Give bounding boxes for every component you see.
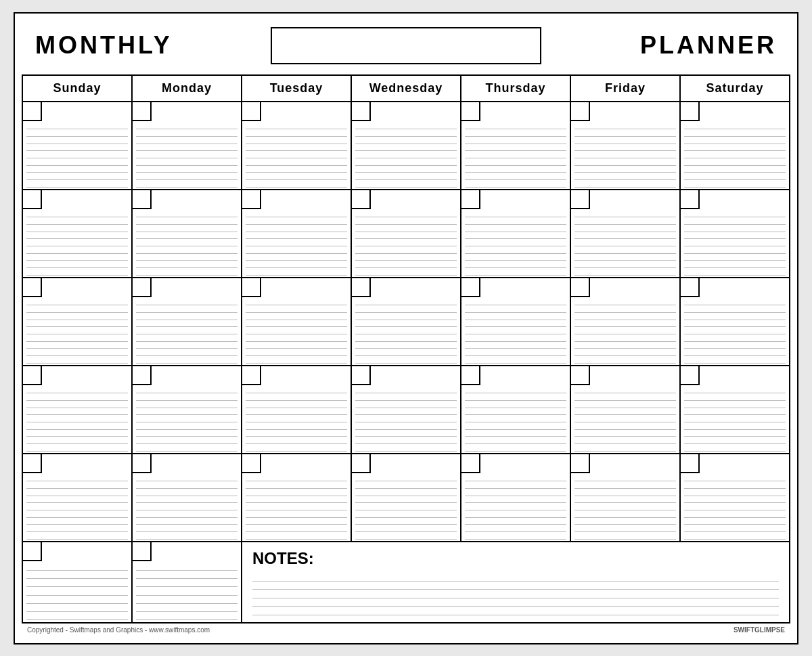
calendar-cell[interactable]: [571, 102, 681, 190]
cell-line: [355, 246, 457, 254]
cell-lines-wrapper: [571, 385, 679, 453]
cell-line: [26, 349, 128, 356]
date-number-box: [681, 102, 700, 121]
cell-line: [246, 173, 347, 180]
calendar-cell[interactable]: [461, 102, 571, 190]
calendar-cell[interactable]: [23, 190, 133, 278]
cell-line: [136, 342, 238, 349]
date-number-box: [133, 454, 152, 473]
calendar-cell[interactable]: [23, 542, 133, 624]
calendar-cell[interactable]: [681, 454, 790, 542]
cell-line: [684, 334, 786, 342]
cell-line: [136, 123, 238, 130]
cell-line: [136, 137, 238, 144]
cell-line: [684, 356, 786, 364]
cell-line: [26, 401, 128, 408]
calendar-cell[interactable]: [242, 190, 352, 278]
calendar-cell[interactable]: [242, 366, 352, 454]
date-number-box: [23, 278, 42, 297]
notes-cell[interactable]: NOTES:: [242, 542, 790, 624]
calendar-cell[interactable]: [352, 278, 461, 366]
cell-line: [465, 489, 566, 496]
cell-line: [574, 532, 676, 540]
monthly-title: MONTHLY: [35, 31, 221, 60]
cell-line: [684, 166, 786, 173]
cell-line: [26, 579, 128, 587]
cell-lines-wrapper: [461, 297, 570, 365]
cell-line: [355, 475, 457, 482]
cell-line: [26, 144, 128, 152]
calendar-cell[interactable]: [352, 190, 461, 278]
calendar-cell[interactable]: [23, 366, 133, 454]
cell-line: [246, 158, 347, 166]
cell-line: [26, 342, 128, 349]
cell-line: [465, 129, 566, 137]
cell-line: [26, 211, 128, 218]
cell-lines-wrapper: [242, 473, 351, 541]
cell-line: [26, 356, 128, 364]
calendar-cell[interactable]: [681, 278, 790, 366]
calendar-cell[interactable]: [133, 190, 242, 278]
calendar-cell[interactable]: [571, 190, 681, 278]
month-input[interactable]: [271, 27, 541, 64]
calendar-cell[interactable]: [133, 542, 242, 624]
cell-line: [465, 437, 566, 444]
calendar-cell[interactable]: [133, 366, 242, 454]
cell-line: [355, 299, 457, 306]
calendar-cell[interactable]: [242, 278, 352, 366]
cell-line: [136, 510, 238, 518]
calendar-cell[interactable]: [242, 454, 352, 542]
date-number-box: [352, 454, 371, 473]
calendar-cell[interactable]: [461, 278, 571, 366]
cell-line: [246, 299, 347, 306]
cell-line: [136, 217, 238, 225]
calendar-cell[interactable]: [133, 102, 242, 190]
cell-line: [136, 356, 238, 364]
cell-line: [26, 422, 128, 430]
cell-line: [26, 496, 128, 504]
notes-line: [252, 582, 779, 590]
calendar-cell[interactable]: [23, 278, 133, 366]
cell-line: [26, 320, 128, 328]
date-number-box: [242, 278, 261, 297]
cell-line: [684, 313, 786, 320]
cell-line: [136, 261, 238, 268]
cell-line: [246, 327, 347, 334]
cell-lines-wrapper: [133, 209, 241, 277]
cell-lines-wrapper: [242, 297, 351, 365]
cell-line: [355, 430, 457, 437]
cell-line: [574, 123, 676, 130]
cell-line: [355, 349, 457, 356]
calendar-cell[interactable]: [571, 278, 681, 366]
cell-line: [355, 518, 457, 525]
cell-line: [26, 232, 128, 240]
calendar-cell[interactable]: [461, 454, 571, 542]
cell-line: [465, 299, 566, 306]
calendar-cell[interactable]: [352, 454, 461, 542]
cell-lines-wrapper: [681, 473, 789, 541]
calendar-cell[interactable]: [23, 102, 133, 190]
cell-line: [574, 327, 676, 334]
cell-line: [136, 254, 238, 261]
calendar-cell[interactable]: [681, 190, 790, 278]
calendar-cell[interactable]: [242, 102, 352, 190]
calendar-cell[interactable]: [571, 366, 681, 454]
calendar-cell[interactable]: [681, 102, 790, 190]
cell-line: [684, 525, 786, 532]
calendar-cell[interactable]: [352, 366, 461, 454]
cell-line: [246, 532, 347, 540]
calendar-cell[interactable]: [571, 454, 681, 542]
cell-lines-wrapper: [133, 385, 241, 453]
calendar-cell[interactable]: [461, 190, 571, 278]
cell-lines-wrapper: [133, 473, 241, 541]
calendar-cell[interactable]: [133, 278, 242, 366]
calendar-cell[interactable]: [352, 102, 461, 190]
cell-line: [246, 503, 347, 510]
calendar-cell[interactable]: [133, 454, 242, 542]
calendar-cell[interactable]: [23, 454, 133, 542]
calendar-cell[interactable]: [461, 366, 571, 454]
cell-line: [246, 137, 347, 144]
calendar-cell[interactable]: [681, 366, 790, 454]
cell-line: [26, 129, 128, 137]
cell-line: [136, 313, 238, 320]
